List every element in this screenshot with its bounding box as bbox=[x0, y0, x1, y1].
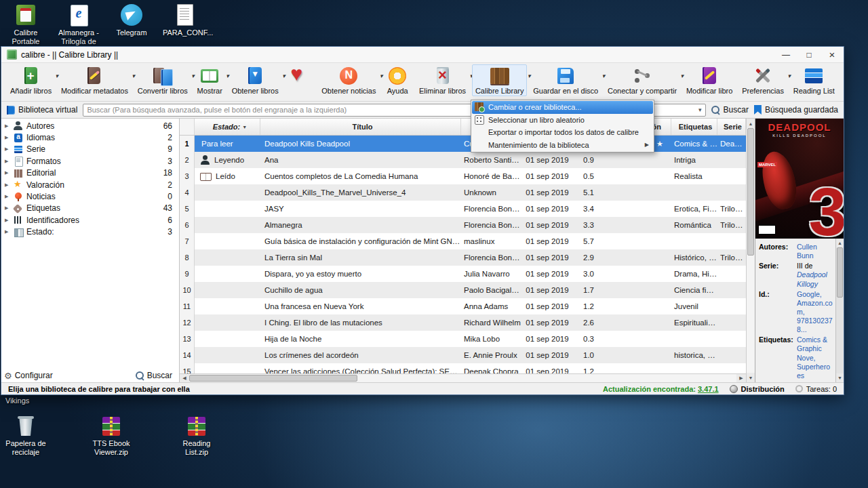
table-row[interactable]: 1 Para leer Deadpool Kills Deadpool Cull… bbox=[180, 136, 746, 152]
serie-link[interactable]: Deadpool Killogy bbox=[797, 270, 827, 287]
cell-fecha[interactable]: 01 sep 2019 bbox=[521, 217, 574, 233]
cell-tamano[interactable]: 3.4 bbox=[574, 201, 604, 217]
cell-fecha[interactable]: 01 sep 2019 bbox=[521, 201, 574, 217]
table-row[interactable]: 10 Cuchillo de agua Paolo Bacigalupi 01 … bbox=[180, 282, 746, 298]
cell-serie[interactable] bbox=[717, 331, 746, 347]
sidebar-item[interactable]: ▶ Noticias 0 bbox=[1, 190, 179, 202]
toolbar-button[interactable]: ▾ Añadir libros bbox=[7, 64, 55, 96]
cell-estado[interactable] bbox=[195, 314, 260, 331]
row-number[interactable]: 11 bbox=[180, 298, 195, 314]
expand-arrow-icon[interactable]: ▶ bbox=[5, 229, 10, 235]
toolbar-button[interactable]: ▾ Reading List bbox=[790, 64, 838, 96]
cell-puntuacion[interactable] bbox=[604, 184, 671, 201]
table-row[interactable]: 8 La Tierra sin Mal Florencia Bonelli 01… bbox=[180, 249, 746, 266]
distribution-indicator[interactable]: Distribución bbox=[730, 385, 785, 393]
cell-etiquetas[interactable]: Juvenil bbox=[671, 298, 717, 314]
cell-serie[interactable] bbox=[717, 233, 746, 249]
cell-tamano[interactable]: 2.6 bbox=[574, 314, 604, 331]
cell-estado[interactable] bbox=[195, 184, 260, 201]
toolbar-button[interactable]: ▾ Modificar metadatos bbox=[58, 64, 132, 96]
expand-arrow-icon[interactable]: ▶ bbox=[5, 123, 10, 129]
cell-fecha[interactable]: 01 sep 2019 bbox=[521, 347, 574, 363]
cell-serie[interactable] bbox=[717, 314, 746, 331]
cell-serie[interactable] bbox=[717, 152, 746, 168]
desktop-icon[interactable]: Almanegra - Trilogía de bbox=[57, 4, 100, 45]
cell-estado[interactable]: Para leer bbox=[195, 136, 260, 152]
table-row[interactable]: 4 Deadpool_Kills_The_Marvel_Universe_4 U… bbox=[180, 184, 746, 201]
expand-arrow-icon[interactable]: ▶ bbox=[5, 159, 10, 164]
menu-item[interactable]: Exportar o importar todos los datos de c… bbox=[472, 126, 653, 139]
cell-serie[interactable] bbox=[717, 282, 746, 298]
cell-titulo[interactable]: I Ching. El libro de las mutaciones bbox=[260, 314, 461, 331]
row-number[interactable]: 12 bbox=[180, 314, 195, 331]
cell-fecha[interactable]: 01 sep 2019 bbox=[521, 152, 574, 168]
row-number[interactable]: 7 bbox=[180, 233, 195, 249]
row-number[interactable]: 15 bbox=[180, 363, 195, 373]
cell-tamano[interactable]: 1.7 bbox=[574, 282, 604, 298]
detail-value-serie[interactable]: III de Deadpool Killogy bbox=[797, 262, 833, 288]
expand-arrow-icon[interactable]: ▶ bbox=[5, 194, 10, 199]
toolbar-button[interactable]: ▾ Eliminar libros bbox=[416, 64, 469, 96]
table-row[interactable]: 9 Dispara, yo ya estoy muerto Julia Nava… bbox=[180, 266, 746, 282]
sidebar-item[interactable]: ▶ Formatos 3 bbox=[1, 155, 179, 167]
desktop-icon[interactable]: Telegram bbox=[110, 4, 153, 45]
cell-serie[interactable] bbox=[717, 184, 746, 201]
cell-puntuacion[interactable] bbox=[604, 347, 671, 363]
horizontal-scrollbar[interactable]: ◀ ▶ bbox=[180, 373, 746, 382]
cell-titulo[interactable]: Deadpool_Kills_The_Marvel_Universe_4 bbox=[260, 184, 461, 201]
cell-serie[interactable]: Trilogí... bbox=[717, 217, 746, 233]
sidebar-item[interactable]: ▶ Idiomas 2 bbox=[1, 131, 179, 143]
table-row[interactable]: 6 Almanegra Florencia Bonelli 01 sep 201… bbox=[180, 217, 746, 233]
search-history-arrow-icon[interactable]: ▾ bbox=[698, 106, 702, 113]
expand-arrow-icon[interactable]: ▶ bbox=[5, 146, 10, 152]
header-titulo[interactable]: Título bbox=[260, 119, 461, 135]
configure-button[interactable]: ⚙ Configurar bbox=[4, 371, 53, 380]
cell-autor[interactable]: Honoré de Balzac bbox=[461, 168, 521, 184]
cell-etiquetas[interactable] bbox=[671, 331, 717, 347]
cell-estado[interactable] bbox=[195, 298, 260, 314]
sidebar-item[interactable]: ▶ Identificadores 6 bbox=[1, 214, 179, 226]
row-number[interactable]: 5 bbox=[180, 201, 195, 217]
details-scrollbar[interactable]: ▲ ▼ bbox=[835, 239, 844, 382]
cell-serie[interactable]: Deadp... bbox=[717, 136, 746, 152]
cell-titulo[interactable]: Dispara, yo ya estoy muerto bbox=[260, 266, 461, 282]
maximize-button[interactable]: □ bbox=[797, 47, 821, 62]
toolbar-button[interactable]: ▾ Conectar y compartir bbox=[604, 64, 680, 96]
cell-tamano[interactable]: 2.9 bbox=[574, 249, 604, 266]
table-row[interactable]: 14 Los crímenes del acordeón E. Annie Pr… bbox=[180, 347, 746, 363]
cell-estado[interactable] bbox=[195, 266, 260, 282]
table-row[interactable]: 13 Hija de la Noche Mika Lobo 01 sep 201… bbox=[180, 331, 746, 347]
cell-autor[interactable]: Florencia Bonelli bbox=[461, 201, 521, 217]
cell-titulo[interactable]: Ana bbox=[260, 152, 461, 168]
menu-item[interactable]: Cambiar o crear biblioteca... ▶ bbox=[472, 101, 653, 114]
cell-autor[interactable]: Florencia Bonelli bbox=[461, 217, 521, 233]
cell-fecha[interactable]: 01 sep 2019 bbox=[521, 266, 574, 282]
table-row[interactable]: 12 I Ching. El libro de las mutaciones R… bbox=[180, 314, 746, 331]
cell-puntuacion[interactable] bbox=[604, 168, 671, 184]
sidebar-item[interactable]: ▶ Valoración 2 bbox=[1, 179, 179, 190]
scroll-up-icon[interactable]: ▲ bbox=[836, 239, 844, 247]
cell-titulo[interactable]: Cuchillo de agua bbox=[260, 282, 461, 298]
cell-tamano[interactable]: 1.2 bbox=[574, 298, 604, 314]
row-number[interactable]: 13 bbox=[180, 331, 195, 347]
cell-tamano[interactable]: 1.0 bbox=[574, 347, 604, 363]
vscroll-thumb[interactable] bbox=[747, 128, 754, 256]
cell-autor[interactable]: maslinux bbox=[461, 233, 521, 249]
detail-value-etiquetas[interactable]: Comics & Graphic Nove, Superheroes bbox=[797, 336, 833, 380]
close-button[interactable]: × bbox=[821, 47, 844, 62]
scroll-right-icon[interactable]: ▶ bbox=[736, 374, 746, 382]
cell-titulo[interactable]: La Tierra sin Mal bbox=[260, 249, 461, 266]
cell-fecha[interactable]: 01 sep 2019 bbox=[521, 249, 574, 266]
cell-estado[interactable] bbox=[195, 282, 260, 298]
detail-value-autores[interactable]: Cullen Bunn bbox=[797, 243, 833, 260]
cell-etiquetas[interactable]: Espiritualid... bbox=[671, 314, 717, 331]
titlebar[interactable]: calibre - || Calibre Library || — □ × bbox=[1, 47, 844, 63]
cell-titulo[interactable]: Cuentos completos de La Comedia Humana bbox=[260, 168, 461, 184]
cell-tamano[interactable]: 0.3 bbox=[574, 331, 604, 347]
detail-value-id[interactable]: Google, Amazon.com, 9781302378... bbox=[797, 290, 833, 335]
cell-puntuacion[interactable] bbox=[604, 233, 671, 249]
cell-puntuacion[interactable] bbox=[604, 298, 671, 314]
cell-estado[interactable] bbox=[195, 347, 260, 363]
scroll-left-icon[interactable]: ◀ bbox=[180, 374, 189, 382]
header-serie[interactable]: Serie bbox=[717, 119, 746, 135]
